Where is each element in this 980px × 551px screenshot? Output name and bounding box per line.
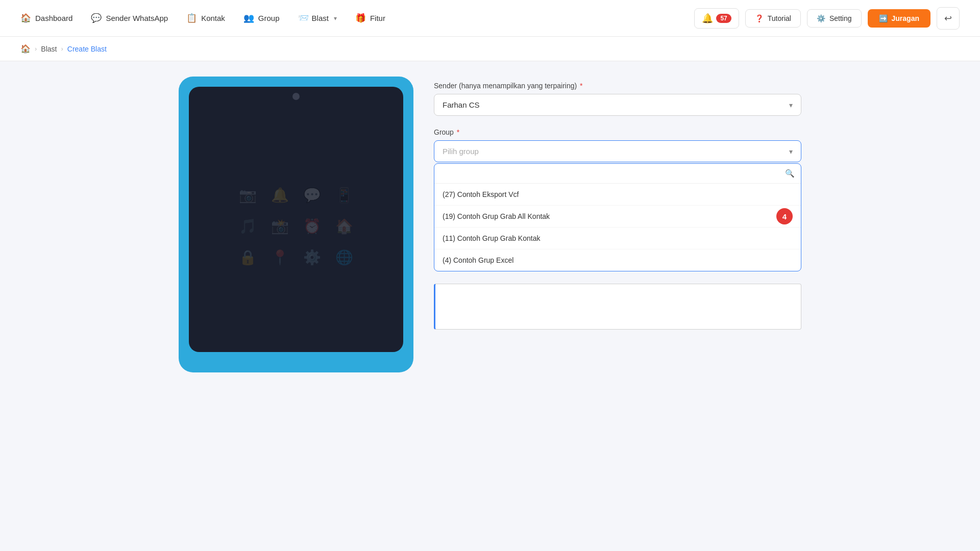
breadcrumb-sep-1: ›	[35, 45, 37, 53]
logout-icon: ↩	[944, 13, 952, 24]
tutorial-label: Tutorial	[768, 14, 791, 22]
breadcrumb: 🏠 › Blast › Create Blast	[0, 37, 980, 61]
group-search-input[interactable]	[440, 169, 785, 178]
setting-button[interactable]: ⚙️ Setting	[807, 9, 862, 28]
phone-inner: 📷 🔔 💬 📱 🎵 📸 ⏰ 🏠 🔒 📍 ⚙️ 🌐	[189, 87, 403, 352]
phone-icon-5: 📸	[271, 218, 289, 235]
phone-camera	[292, 93, 300, 100]
phone-icon-11: 🌐	[335, 249, 353, 266]
group-placeholder: Pilih group	[443, 147, 479, 156]
navbar: 🏠 Dashboard 💬 Sender WhatsApp 📋 Kontak 👥…	[0, 0, 980, 37]
dropdown-item-3[interactable]: (4) Contoh Grup Excel	[434, 249, 801, 271]
phone-icon-2: 💬	[303, 187, 321, 204]
nav-dashboard-label: Dashboard	[35, 14, 72, 22]
nav-group[interactable]: 👥 Group	[243, 13, 280, 23]
nav-right: 🔔 57 ❓ Tutorial ⚙️ Setting ➡️ Juragan ↩	[694, 7, 960, 30]
group-icon: 👥	[243, 13, 254, 23]
juragan-icon: ➡️	[879, 14, 888, 22]
search-icon[interactable]: 🔍	[785, 169, 795, 178]
breadcrumb-sep-2: ›	[61, 45, 63, 53]
group-form-group: Group * Pilih group ▾ 🔍 (27) Contoh Eksp…	[434, 128, 801, 271]
dropdown-item-0-label: (27) Contoh Eksport Vcf	[443, 190, 519, 198]
sender-chevron-icon: ▾	[789, 101, 793, 109]
nav-fitur-label: Fitur	[370, 14, 385, 22]
nav-sender-whatsapp[interactable]: 💬 Sender WhatsApp	[91, 13, 168, 23]
notification-badge: 57	[716, 14, 731, 23]
logout-button[interactable]: ↩	[937, 7, 960, 30]
group-dropdown: 🔍 (27) Contoh Eksport Vcf (19) Contoh Gr…	[434, 163, 801, 271]
nav-fitur[interactable]: 🎁 Fitur	[355, 13, 385, 23]
notification-button[interactable]: 🔔 57	[694, 8, 739, 29]
group-label: Group *	[434, 128, 801, 136]
kontak-icon: 📋	[186, 13, 197, 23]
phone-icon-3: 📱	[335, 187, 353, 204]
sender-label: Sender (hanya menampilkan yang terpairin…	[434, 82, 801, 90]
main-content: 📷 🔔 💬 📱 🎵 📸 ⏰ 🏠 🔒 📍 ⚙️ 🌐	[158, 61, 822, 388]
nav-left: 🏠 Dashboard 💬 Sender WhatsApp 📋 Kontak 👥…	[20, 13, 694, 23]
fitur-icon: 🎁	[355, 13, 366, 23]
phone-outer: 📷 🔔 💬 📱 🎵 📸 ⏰ 🏠 🔒 📍 ⚙️ 🌐	[179, 77, 413, 372]
dropdown-item-0[interactable]: (27) Contoh Eksport Vcf	[434, 184, 801, 206]
setting-icon: ⚙️	[817, 14, 825, 22]
phone-icon-grid: 📷 🔔 💬 📱 🎵 📸 ⏰ 🏠 🔒 📍 ⚙️ 🌐	[229, 177, 363, 276]
group-required: *	[455, 128, 459, 136]
juragan-button[interactable]: ➡️ Juragan	[868, 9, 930, 28]
phone-panel: 📷 🔔 💬 📱 🎵 📸 ⏰ 🏠 🔒 📍 ⚙️ 🌐	[179, 77, 413, 372]
home-icon: 🏠	[20, 13, 31, 23]
whatsapp-icon: 💬	[91, 13, 102, 23]
dropdown-list: (27) Contoh Eksport Vcf (19) Contoh Grup…	[434, 184, 801, 271]
phone-icon-4: 🎵	[239, 218, 257, 235]
dropdown-item-2[interactable]: (11) Contoh Grup Grab Kontak	[434, 228, 801, 249]
nav-sender-label: Sender WhatsApp	[106, 14, 168, 22]
phone-bg-icons: 📷 🔔 💬 📱 🎵 📸 ⏰ 🏠 🔒 📍 ⚙️ 🌐	[189, 100, 403, 352]
phone-icon-10: ⚙️	[303, 249, 321, 266]
phone-icon-6: ⏰	[303, 218, 321, 235]
dropdown-item-1-badge: 4	[776, 208, 793, 224]
breadcrumb-blast[interactable]: Blast	[41, 45, 57, 53]
sender-value: Farhan CS	[443, 101, 480, 109]
sender-group: Sender (hanya menampilkan yang terpairin…	[434, 82, 801, 116]
dropdown-item-1[interactable]: (19) Contoh Grup Grab All Kontak 4	[434, 206, 801, 228]
bell-icon: 🔔	[702, 13, 713, 24]
message-group	[434, 284, 801, 330]
nav-group-label: Group	[258, 14, 280, 22]
phone-icon-7: 🏠	[335, 218, 353, 235]
dropdown-item-3-label: (4) Contoh Grup Excel	[443, 256, 513, 264]
phone-icon-0: 📷	[239, 187, 257, 204]
phone-icon-1: 🔔	[271, 187, 289, 204]
tutorial-button[interactable]: ❓ Tutorial	[745, 9, 801, 28]
sender-required: *	[578, 82, 582, 90]
message-textarea[interactable]	[434, 284, 801, 330]
dropdown-search-container: 🔍	[434, 164, 801, 184]
breadcrumb-create-blast: Create Blast	[67, 45, 107, 53]
phone-icon-8: 🔒	[239, 249, 257, 266]
nav-kontak[interactable]: 📋 Kontak	[186, 13, 225, 23]
breadcrumb-home-icon[interactable]: 🏠	[20, 44, 31, 54]
form-panel: Sender (hanya menampilkan yang terpairin…	[434, 77, 801, 372]
setting-label: Setting	[829, 14, 852, 22]
nav-blast[interactable]: 📨 Blast ▾	[298, 13, 337, 23]
nav-dashboard[interactable]: 🏠 Dashboard	[20, 13, 72, 23]
blast-icon: 📨	[298, 13, 309, 23]
group-chevron-icon: ▾	[789, 147, 793, 156]
dropdown-item-2-label: (11) Contoh Grup Grab Kontak	[443, 234, 540, 242]
phone-icon-9: 📍	[271, 249, 289, 266]
nav-kontak-label: Kontak	[201, 14, 225, 22]
dropdown-item-1-label: (19) Contoh Grup Grab All Kontak	[443, 212, 550, 220]
blast-dropdown-chevron: ▾	[334, 15, 337, 22]
nav-blast-label: Blast	[312, 14, 329, 22]
sender-select[interactable]: Farhan CS ▾	[434, 94, 801, 116]
group-select[interactable]: Pilih group ▾	[434, 140, 801, 162]
tutorial-icon: ❓	[755, 14, 764, 22]
juragan-label: Juragan	[892, 14, 919, 22]
